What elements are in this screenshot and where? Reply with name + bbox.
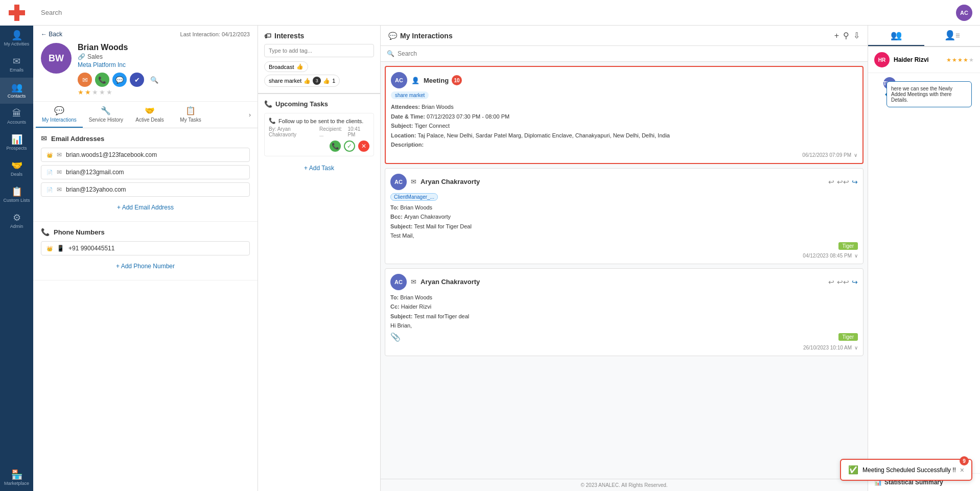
sidebar-item-activities[interactable]: 👤 My Activities (0, 26, 33, 52)
email-type-icon-2: 📄 (46, 170, 53, 175)
suggested-contact-avatar: HR (874, 52, 890, 67)
deals-icon: 🤝 (11, 161, 22, 170)
task-call-button[interactable]: 📞 (330, 141, 341, 152)
content-area: ← Back Last Interaction: 04/12/2023 BW B… (33, 26, 980, 491)
contact-details: Brian Woods 🔗 Sales Meta Platform Inc ✉ … (78, 43, 250, 96)
user-avatar[interactable]: AC (956, 5, 972, 21)
sidebar-item-label: Accounts (7, 120, 26, 125)
email-icon-3: ✉ (57, 186, 62, 193)
toast-close-button[interactable]: × (960, 466, 964, 474)
logo-icon (9, 5, 25, 21)
back-button[interactable]: ← Back (41, 31, 62, 38)
add-interaction-button[interactable]: + (834, 31, 839, 40)
interactions-header-actions: + ⚲ ⇩ (834, 31, 860, 40)
tab-my-tasks[interactable]: 📋 My Tasks (170, 102, 211, 128)
email-1-to: To: Brian Woods (390, 203, 858, 212)
meeting-card-avatar: AC (391, 72, 407, 88)
sidebar: 👤 My Activities ✉ Emails 👥 Contacts 🏛 Ac… (0, 0, 33, 491)
interactions-search-input[interactable] (398, 50, 861, 57)
back-arrow-icon: ← Back (41, 31, 62, 38)
phone-action-button[interactable]: 📞 (95, 73, 109, 87)
task-phone-icon: 📞 (269, 118, 276, 124)
sidebar-item-prospects[interactable]: 📊 Prospects (0, 130, 33, 156)
task-action-button[interactable]: ✔ (130, 73, 144, 87)
email-addresses-section: ✉ Email Addresses 👑 ✉ brian.woods1@123fa… (33, 128, 258, 222)
forward-button-1[interactable]: ↪ (852, 178, 858, 186)
tabs-bar: 💬 My Interactions 🔧 Service History 🤝 Ac… (33, 102, 258, 128)
task-complete-button[interactable]: ✓ (344, 141, 355, 152)
email-section-icon: ✉ (41, 134, 47, 143)
filter-button[interactable]: ⚲ (843, 31, 849, 40)
suggested-contact-section: HR Haider Rizvi ★ ★ ★ ★ ★ (868, 47, 980, 73)
sidebar-item-emails[interactable]: ✉ Emails (0, 52, 33, 78)
email-2-expand-icon[interactable]: ∨ (854, 345, 858, 350)
far-right-tab-person[interactable]: 👤 ☰ (924, 26, 981, 46)
active-deals-tab-icon: 🤝 (145, 106, 155, 115)
meeting-card-title: Meeting 10 (424, 75, 462, 85)
toast-badge: 9 (960, 456, 969, 465)
add-task-link[interactable]: + Add Task (264, 160, 374, 176)
sidebar-item-label: My Activities (4, 41, 30, 46)
sidebar-item-marketplace[interactable]: 🏪 Marketplace (0, 465, 33, 491)
tabs-expand-chevron[interactable]: › (245, 107, 255, 123)
search-input[interactable] (41, 9, 951, 16)
interests-title: 🏷 Interests (264, 32, 374, 40)
interactions-title: 💬 My Interactions (388, 32, 830, 40)
tag-broadcast[interactable]: Broadcast 👍 (264, 61, 308, 72)
sidebar-item-accounts[interactable]: 🏛 Accounts (0, 104, 33, 130)
email-2-footer: 26/10/2023 10:10 AM ∨ (390, 345, 858, 350)
interests-icon: 🏷 (264, 32, 271, 40)
tag-broadcast-label: Broadcast (269, 64, 294, 70)
sort-button[interactable]: ⇩ (853, 31, 860, 40)
interests-section: 🏷 Interests Broadcast 👍 share market 👍 3… (258, 26, 380, 93)
sidebar-item-label: Emails (10, 67, 24, 73)
far-right-tab-group[interactable]: 👥 (868, 26, 924, 46)
task-delete-button[interactable]: ✕ (358, 141, 369, 152)
tab-service-history[interactable]: 🔧 Service History (83, 102, 129, 128)
contact-search-button[interactable]: 🔍 (147, 73, 161, 87)
sidebar-item-admin[interactable]: ⚙ Admin (0, 208, 33, 234)
email-2-timestamp: 26/10/2023 10:10 AM (803, 345, 852, 350)
reply-button-1[interactable]: ↩ (828, 178, 834, 186)
service-history-tab-icon: 🔧 (101, 106, 111, 115)
linkedin-icon: 🔗 (78, 53, 85, 60)
reply-button-2[interactable]: ↩ (828, 278, 834, 286)
tag-share-market[interactable]: share market 👍 3 👍 1 (264, 75, 340, 87)
star-s2: ★ (952, 57, 957, 63)
forward-button-2[interactable]: ↪ (852, 278, 858, 286)
tiger-label-2: Tiger (838, 333, 858, 341)
email-1-timestamp: 04/12/2023 08:45 PM (803, 253, 852, 259)
contact-actions: ✉ 📞 💬 ✔ 🔍 (78, 73, 250, 87)
email-1-expand-icon[interactable]: ∨ (854, 253, 858, 259)
sidebar-item-label: Contacts (8, 93, 26, 99)
prospects-icon: 📊 (11, 135, 22, 144)
tab-active-deals[interactable]: 🤝 Active Deals (129, 102, 170, 128)
email-action-button[interactable]: ✉ (78, 73, 92, 87)
tab-my-interactions[interactable]: 💬 My Interactions (36, 102, 83, 128)
share-market-like-icon: 👍 (304, 78, 311, 84)
star-s5: ★ (969, 57, 974, 63)
tag-input[interactable] (264, 44, 374, 57)
topbar: AC (33, 0, 980, 26)
interactions-panel: 💬 My Interactions + ⚲ ⇩ 🔍 AC 👤 (381, 26, 868, 491)
reply-all-button-2[interactable]: ↩↩ (837, 278, 849, 286)
meeting-datetime: Date & Time: 07/12/2023 07:30 PM - 08:00… (391, 112, 857, 121)
activities-icon: 👤 (11, 31, 22, 40)
left-panel: ← Back Last Interaction: 04/12/2023 BW B… (33, 26, 258, 491)
add-email-link[interactable]: + Add Email Address (41, 200, 250, 215)
add-phone-link[interactable]: + Add Phone Number (41, 259, 250, 274)
share-market-like-count: 👍 (323, 78, 330, 84)
sidebar-item-custom-lists[interactable]: 📋 Custom Lists (0, 182, 33, 208)
phone-section-icon: 📞 (41, 228, 50, 236)
meeting-expand-icon[interactable]: ∨ (854, 152, 857, 158)
toast-message: Meeting Scheduled Successfully !! (862, 466, 956, 474)
email-1-subject: Subject: Test Mail for Tiger Deal (390, 222, 858, 231)
contact-company[interactable]: Meta Platform Inc (78, 61, 250, 68)
email-value-3: brian@123yahoo.com (66, 186, 126, 193)
email-card-2-avatar: AC (390, 274, 407, 290)
reply-all-button-1[interactable]: ↩↩ (837, 178, 849, 186)
sidebar-item-contacts[interactable]: 👥 Contacts (0, 78, 33, 104)
chat-action-button[interactable]: 💬 (112, 73, 127, 87)
sidebar-item-deals[interactable]: 🤝 Deals (0, 156, 33, 182)
middle-panel: 🏷 Interests Broadcast 👍 share market 👍 3… (258, 26, 381, 491)
